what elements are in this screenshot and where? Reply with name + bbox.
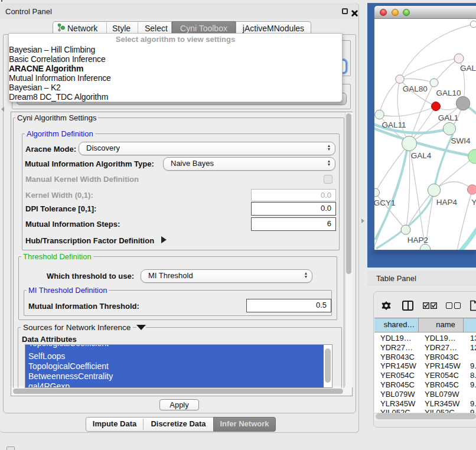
svg-text:HAP4: HAP4 [436,198,458,207]
svg-text:YM: YM [471,198,476,207]
svg-text:HAP2: HAP2 [407,236,428,244]
svg-text:GAL80: GAL80 [403,84,428,93]
svg-text:GAL4: GAL4 [411,151,432,160]
svg-text:GAL2: GAL2 [460,64,476,73]
svg-text:SWI4: SWI4 [451,136,470,145]
svg-text:GCY1: GCY1 [374,198,395,207]
svg-text:GAL11: GAL11 [382,120,406,129]
svg-text:GAL1: GAL1 [438,113,459,122]
svg-text:GAL10: GAL10 [436,89,461,97]
